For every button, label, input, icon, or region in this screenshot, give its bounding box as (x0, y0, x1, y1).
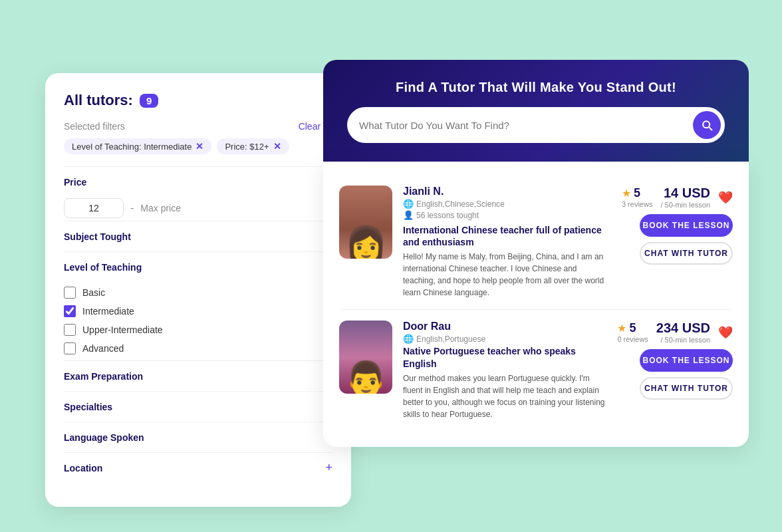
tutor-card-2: 👨 Door Rau 🌐 English,Portuguese Native P… (339, 310, 733, 430)
tutor-1-headline: International Chinese teacher full of pa… (403, 224, 611, 248)
tutor-1-subjects: 🌐 English,Chinese,Science (403, 199, 611, 209)
tutor-cards-section: 👩 Jianli N. 🌐 English,Chinese,Science 👤 … (323, 162, 749, 447)
tutor-2-price-block: 234 USD / 50-min lesson (656, 321, 710, 344)
level-basic-checkbox[interactable] (64, 287, 76, 299)
panel-title: All tutors: (64, 92, 133, 109)
avatar-2: 👨 (339, 321, 392, 394)
level-upper-label: Upper-Intermediate (82, 325, 163, 335)
tutor-1-rating-price: ★ 5 3 reviews 14 USD / 50-min lesson ❤️ (622, 186, 733, 209)
location-section-header: Location + (64, 452, 332, 483)
tutor-2-info: Door Rau 🌐 English,Portuguese Native Por… (403, 321, 606, 420)
level-section-header: Level of Teaching − (64, 251, 332, 278)
level-options: Basic Intermediate Upper-Intermediate Ad… (64, 278, 332, 360)
exam-section-header: Exam Preparation + (64, 360, 332, 391)
filters-header: Selected filters Clear all (64, 121, 332, 132)
hero-title: Find A Tutor That Will Make You Stand Ou… (396, 80, 676, 95)
tutor-1-bio: Hello! My name is Maly, from Beijing, Ch… (403, 251, 611, 299)
left-panel: All tutors: 9 Selected filters Clear all… (45, 73, 351, 507)
star-icon-2: ★ (617, 322, 626, 334)
tutor-1-rating-block: ★ 5 3 reviews (622, 186, 652, 208)
price-row: - Max price (64, 193, 332, 221)
exam-title: Exam Preparation (64, 371, 143, 382)
panel-title-row: All tutors: 9 (64, 92, 332, 109)
tutor-2-favorite-button[interactable]: ❤️ (718, 325, 733, 340)
specialties-section-header: Specialties + (64, 391, 332, 422)
level-intermediate-checkbox[interactable] (64, 305, 76, 317)
tutor-1-book-button[interactable]: BOOK THE LESSON (640, 214, 733, 237)
location-title: Location (64, 463, 102, 473)
tutor-1-chat-button[interactable]: CHAT WITH TUTOR (640, 242, 733, 265)
search-icon (700, 118, 714, 132)
globe-icon-1: 🌐 (403, 199, 414, 209)
tutor-2-chat-button[interactable]: CHAT WITH TUTOR (640, 377, 733, 400)
language-section-header: Language Spoken + (64, 422, 332, 452)
price-min-input[interactable] (64, 198, 124, 218)
tutor-1-info: Jianli N. 🌐 English,Chinese,Science 👤 56… (403, 186, 611, 299)
chip-price: Price: $12+ ✕ (217, 138, 289, 154)
tutor-2-actions: ★ 5 0 reviews 234 USD / 50-min lesson ❤️… (617, 321, 733, 420)
price-dash: - (130, 202, 134, 214)
price-section-header: Price − (64, 166, 332, 193)
tutor-2-price: 234 USD (656, 321, 710, 336)
tutor-1-rating-num: 5 (634, 186, 640, 200)
tutor-1-price: 14 USD (660, 186, 710, 201)
tutor-1-lessons: 👤 56 lessons tought (403, 210, 611, 220)
subject-section-header: Subject Tought + (64, 221, 332, 251)
tutor-count-badge: 9 (140, 94, 158, 108)
tutor-2-rating-price: ★ 5 0 reviews 234 USD / 50-min lesson ❤️ (617, 321, 733, 344)
tutor-card-1: 👩 Jianli N. 🌐 English,Chinese,Science 👤 … (339, 175, 733, 310)
filters-label: Selected filters (64, 121, 125, 132)
page-wrapper: All tutors: 9 Selected filters Clear all… (0, 0, 782, 532)
tutor-1-price-block: 14 USD / 50-min lesson (660, 186, 710, 209)
tutor-2-book-button[interactable]: BOOK THE LESSON (640, 349, 733, 372)
chip-level-remove[interactable]: ✕ (196, 141, 203, 152)
chip-level: Level of Teaching: Intermediate ✕ (64, 138, 211, 154)
level-upper-checkbox[interactable] (64, 324, 76, 336)
tutor-2-headline: Native Portuguese teacher who speaks Eng… (403, 345, 606, 369)
level-upper-row: Upper-Intermediate (64, 321, 332, 339)
tutor-2-rating-num: 5 (629, 321, 636, 335)
tutor-1-actions: ★ 5 3 reviews 14 USD / 50-min lesson ❤️ … (622, 186, 733, 299)
level-advanced-checkbox[interactable] (64, 342, 76, 354)
search-input[interactable] (359, 120, 686, 131)
language-title: Language Spoken (64, 432, 144, 443)
tutor-2-price-per: / 50-min lesson (656, 336, 710, 344)
person-icon-1: 👤 (403, 210, 414, 220)
tutor-2-bio: Our method makes you learn Portuguese qu… (403, 372, 606, 420)
level-advanced-label: Advanced (82, 343, 124, 354)
location-expand-btn[interactable]: + (325, 461, 332, 475)
search-button[interactable] (693, 111, 721, 139)
search-bar (347, 107, 725, 143)
tutor-2-reviews: 0 reviews (617, 335, 648, 343)
globe-icon-2: 🌐 (403, 334, 414, 344)
tutor-1-favorite-button[interactable]: ❤️ (718, 190, 733, 205)
specialties-title: Specialties (64, 402, 112, 412)
tutor-1-price-per: / 50-min lesson (660, 201, 710, 209)
hero-section: Find A Tutor That Will Make You Stand Ou… (323, 60, 749, 162)
tutor-2-rating-block: ★ 5 0 reviews (617, 321, 648, 343)
tutor-1-rating: ★ 5 (622, 186, 652, 200)
chip-level-label: Level of Teaching: Intermediate (72, 142, 192, 152)
filter-chips: Level of Teaching: Intermediate ✕ Price:… (64, 138, 332, 154)
star-icon-1: ★ (622, 187, 631, 200)
right-panel: Find A Tutor That Will Make You Stand Ou… (323, 60, 749, 447)
level-intermediate-row: Intermediate (64, 302, 332, 321)
chip-price-remove[interactable]: ✕ (273, 141, 281, 152)
chip-price-label: Price: $12+ (225, 142, 269, 152)
tutor-1-reviews: 3 reviews (622, 200, 652, 208)
subject-title: Subject Tought (64, 231, 131, 242)
price-title: Price (64, 177, 86, 188)
level-basic-label: Basic (82, 287, 105, 298)
tutor-1-name: Jianli N. (403, 186, 611, 198)
tutor-2-name: Door Rau (403, 321, 606, 332)
level-basic-row: Basic (64, 283, 332, 302)
avatar-1: 👩 (339, 186, 392, 259)
price-max-label: Max price (140, 203, 181, 213)
level-advanced-row: Advanced (64, 339, 332, 358)
tutor-2-subjects: 🌐 English,Portuguese (403, 334, 606, 344)
level-title: Level of Teaching (64, 262, 142, 273)
tutor-2-rating: ★ 5 (617, 321, 648, 335)
level-intermediate-label: Intermediate (82, 306, 134, 317)
